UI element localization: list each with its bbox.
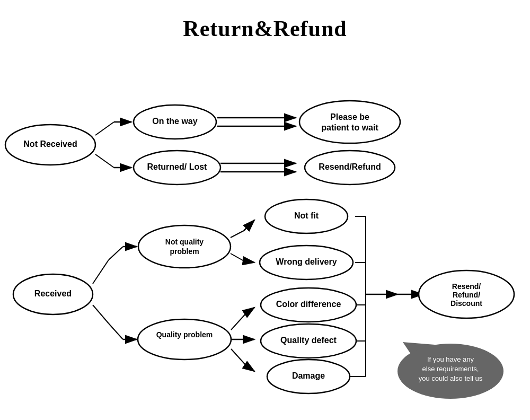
- resend-refund-top-label: Resend/Refund: [319, 162, 381, 171]
- wrong-delivery-label: Wrong delivery: [276, 257, 337, 266]
- speech-bubble-line1: If you have any: [427, 355, 474, 363]
- branch-upper-1: [95, 122, 114, 135]
- not-quality-label2: problem: [170, 247, 199, 256]
- quality-problem-label: Quality problem: [156, 330, 213, 339]
- branch-received-lower2: [109, 323, 123, 339]
- branch-nqp-upper: [231, 231, 244, 238]
- rrd-label3: Discount: [450, 299, 482, 308]
- on-the-way-label: On the way: [152, 117, 197, 126]
- received-label: Received: [34, 289, 72, 298]
- please-wait-node: [299, 101, 400, 143]
- speech-bubble-line3: you could also tell us: [419, 374, 483, 382]
- not-fit-label: Not fit: [294, 211, 319, 220]
- branch-received-lower: [93, 305, 109, 323]
- speech-bubble-line2: else requirements,: [422, 365, 479, 373]
- branch-lower-1: [95, 154, 114, 168]
- branch-nqp-lower: [231, 253, 244, 261]
- arrow-to-wrong-delivery: [244, 261, 254, 262]
- not-received-label: Not Received: [23, 139, 77, 148]
- branch-qp-3: [231, 349, 246, 366]
- damage-label: Damage: [292, 371, 325, 380]
- quality-problem-node: [138, 319, 231, 360]
- rrd-label2: Refund/: [453, 291, 480, 299]
- branch-qp-1: [231, 313, 246, 330]
- arrow-to-not-fit: [244, 220, 254, 231]
- please-wait-label2: patient to wait: [321, 123, 378, 132]
- rrd-label1: Resend/: [452, 282, 481, 291]
- arrow-to-damage: [246, 366, 254, 371]
- arrow-to-color: [246, 308, 254, 313]
- branch-received-upper2: [109, 247, 123, 260]
- not-quality-label: Not quality: [165, 238, 204, 246]
- returned-lost-label: Returned/ Lost: [147, 162, 208, 171]
- branch-received-upper: [93, 260, 109, 284]
- color-diff-label: Color difference: [276, 300, 341, 309]
- quality-defect-label: Quality defect: [280, 336, 337, 345]
- please-wait-label: Please be: [330, 112, 369, 121]
